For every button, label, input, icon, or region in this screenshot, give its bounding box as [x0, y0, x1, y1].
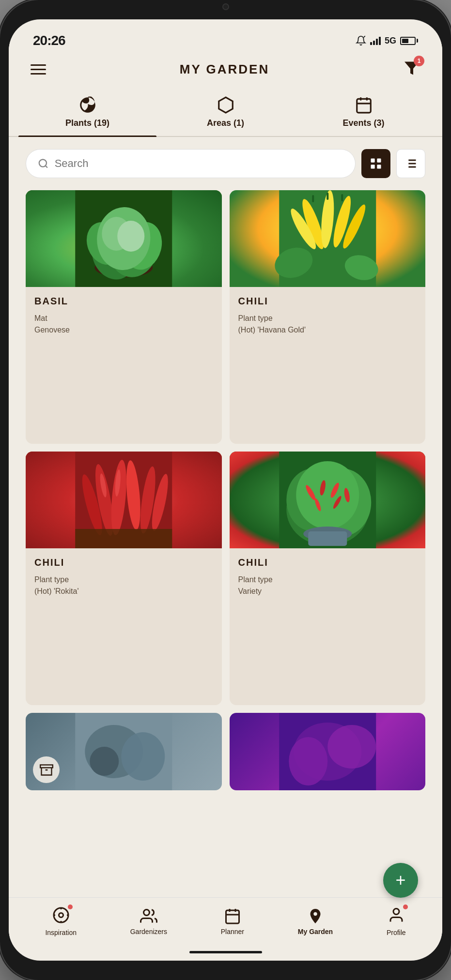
plant-card-chili-small[interactable]: CHILI Plant type Variety: [230, 452, 426, 705]
gardenizers-icon: [140, 907, 157, 925]
svg-point-51: [296, 461, 359, 529]
nav-gardenizers-label: Gardenizers: [130, 928, 167, 935]
add-plant-button[interactable]: +: [383, 863, 418, 898]
plant-info-basil: BASIL Mat Genovese: [26, 287, 222, 347]
hamburger-button[interactable]: [31, 64, 46, 75]
plant-name-basil: BASIL: [34, 296, 213, 307]
grid-view-icon: [369, 157, 383, 170]
plant-card-partial-2[interactable]: [230, 713, 426, 790]
plant-name-chili-1: CHILI: [238, 296, 417, 307]
profile-notification-dot: [403, 905, 408, 909]
tab-plants-label: Plants (19): [65, 118, 109, 128]
plant-image-chili-red: [26, 452, 222, 548]
svg-rect-59: [308, 531, 347, 546]
archive-icon-overlay: [33, 756, 60, 783]
search-field-wrapper[interactable]: [26, 149, 356, 178]
svg-rect-46: [75, 529, 172, 548]
phone-frame: 20:26 5G: [0, 0, 451, 980]
nav-mygarden-label: My Garden: [298, 928, 333, 935]
svg-point-69: [327, 725, 376, 769]
nav-profile[interactable]: Profile: [387, 906, 406, 936]
svg-rect-34: [341, 194, 343, 201]
status-icons: 5G: [356, 35, 418, 46]
tab-areas-label: Areas (1): [207, 118, 244, 128]
search-input[interactable]: [55, 157, 343, 170]
signal-bars: [370, 36, 381, 45]
svg-point-76: [143, 910, 149, 916]
nav-planner-label: Planner: [221, 928, 244, 935]
profile-icon: [388, 906, 405, 924]
svg-point-70: [54, 908, 68, 922]
search-container: [9, 137, 442, 190]
grid-view-button[interactable]: [361, 149, 390, 178]
search-icon: [38, 158, 49, 169]
nav-inspiration[interactable]: Inspiration: [45, 906, 77, 936]
tab-events[interactable]: Events (3): [295, 86, 433, 136]
list-view-button[interactable]: [396, 149, 425, 178]
svg-rect-32: [312, 195, 314, 202]
hamburger-line-3: [31, 73, 46, 75]
home-indicator: [189, 951, 262, 953]
svg-rect-9: [371, 165, 375, 168]
svg-rect-10: [377, 165, 381, 168]
filter-badge: 1: [414, 56, 424, 66]
svg-line-0: [364, 36, 365, 37]
svg-line-6: [46, 166, 47, 167]
status-bar: 20:26 5G: [9, 24, 442, 52]
tab-areas[interactable]: Areas (1): [156, 86, 295, 136]
nav-planner[interactable]: Planner: [221, 907, 244, 935]
hamburger-line-1: [31, 64, 46, 66]
bottom-nav: Inspiration Gardenizers Planne: [9, 897, 442, 951]
plant-image-partial-1: [26, 713, 222, 790]
svg-point-81: [393, 909, 399, 915]
app-header: MY GARDEN 1: [9, 52, 442, 86]
areas-tab-icon: [217, 96, 235, 114]
plant-detail-basil: Mat Genovese: [34, 313, 213, 336]
inspiration-icon: [52, 906, 70, 924]
plant-card-chili-yellow[interactable]: CHILI Plant type (Hot) 'Havana Gold': [230, 190, 426, 444]
plant-detail-chili-red: Plant type (Hot) 'Rokita': [34, 574, 213, 597]
nav-inspiration-label: Inspiration: [45, 929, 77, 936]
tabs-container: Plants (19) Areas (1) Events (3): [9, 86, 442, 137]
svg-point-5: [39, 159, 47, 166]
status-time: 20:26: [33, 33, 65, 48]
nav-mygarden[interactable]: My Garden: [298, 907, 333, 935]
plant-card-partial-1[interactable]: [26, 713, 222, 790]
mygarden-icon: [307, 907, 324, 925]
plant-image-chili-small: [230, 452, 426, 548]
plant-name-chili-2: CHILI: [34, 557, 213, 568]
plant-info-chili-small: CHILI Plant type Variety: [230, 548, 426, 608]
plant-info-chili-yellow: CHILI Plant type (Hot) 'Havana Gold': [230, 287, 426, 347]
svg-point-62: [121, 732, 165, 781]
bell-icon: [356, 35, 366, 46]
plant-image-basil: [26, 190, 222, 287]
plant-info-chili-red: CHILI Plant type (Hot) 'Rokita': [26, 548, 222, 608]
svg-rect-77: [226, 910, 239, 923]
list-view-icon: [404, 157, 418, 170]
plants-tab-icon: [78, 96, 97, 114]
battery-icon: [400, 37, 418, 45]
plant-name-chili-3: CHILI: [238, 557, 417, 568]
plant-card-chili-red[interactable]: CHILI Plant type (Hot) 'Rokita': [26, 452, 222, 705]
svg-rect-64: [40, 765, 53, 768]
svg-rect-7: [371, 159, 375, 163]
filter-button[interactable]: 1: [403, 60, 420, 79]
nav-gardenizers[interactable]: Gardenizers: [130, 907, 167, 935]
hamburger-line-2: [31, 69, 46, 70]
plant-card-basil[interactable]: BASIL Mat Genovese: [26, 190, 222, 444]
plants-grid: BASIL Mat Genovese: [9, 190, 442, 897]
tab-events-label: Events (3): [342, 118, 384, 128]
camera-dot: [222, 3, 229, 10]
plant-detail-chili-yellow: Plant type (Hot) 'Havana Gold': [238, 313, 417, 336]
planner-icon: [224, 907, 241, 925]
tab-plants[interactable]: Plants (19): [18, 86, 156, 136]
svg-point-63: [90, 747, 119, 776]
plant-detail-chili-small: Plant type Variety: [238, 574, 417, 597]
plant-image-chili-yellow: [230, 190, 426, 287]
notch: [204, 0, 248, 14]
network-label: 5G: [385, 36, 396, 46]
svg-rect-1: [357, 99, 371, 113]
add-plant-icon: +: [395, 872, 405, 889]
svg-rect-8: [377, 159, 381, 163]
phone-screen: 20:26 5G: [9, 19, 442, 961]
